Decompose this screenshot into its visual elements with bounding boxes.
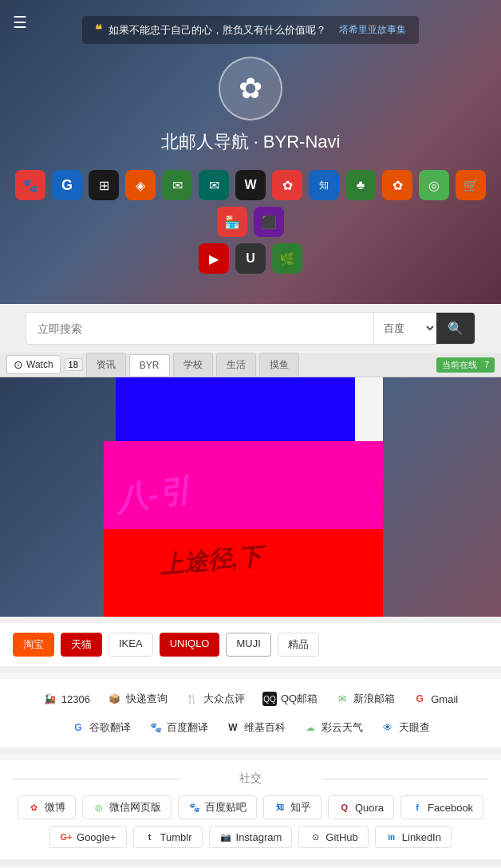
util-qqmail-label: QQ邮箱 [281,692,318,706]
tab-zixun[interactable]: 资讯 [86,353,126,377]
github-icon: ⊙ [14,358,23,371]
tab-life[interactable]: 生活 [216,353,256,377]
cart-icon-btn[interactable]: 🛒 [456,170,486,200]
social-quora[interactable]: Q Quora [328,795,394,819]
quote-source[interactable]: 塔希里亚故事集 [339,23,406,37]
cloud-icon: ☁ [303,720,318,735]
google-icon-btn[interactable]: G [52,170,82,200]
leaf-icon-btn[interactable]: 🌿 [272,243,302,274]
shop-tmall[interactable]: 天猫 [61,633,102,657]
tab-moyu[interactable]: 摸鱼 [259,353,299,377]
weibo-icon-btn[interactable]: ✿ [382,170,412,200]
watch-button[interactable]: ⊙ Watch [6,355,61,374]
logo-flower-icon: ✿ [239,72,262,105]
wechat-icon-btn[interactable]: ✉ [162,170,192,200]
social-zhihu[interactable]: 知 知乎 [263,795,322,819]
baidutranslate-icon: 🐾 [148,720,163,735]
watch-count: 18 [64,358,83,371]
quora-icon: Q [338,801,351,814]
linkedin-icon: in [385,831,398,843]
util-qqmail[interactable]: QQ QQ邮箱 [258,688,322,709]
search-bar: 百度 Google 必应 搜狗 🔍 [26,312,475,345]
social-googleplus[interactable]: G+ Google+ [49,826,127,848]
util-wiki[interactable]: W 维基百科 [221,717,290,738]
train-icon: 🚂 [43,692,57,706]
social-github[interactable]: ⊙ GitHub [298,826,368,848]
util-12306-label: 12306 [61,693,90,705]
instagram-icon: 📷 [219,831,232,843]
quote-text: 如果不能忠于自己的心，胜负又有什么价值呢？ [108,23,326,37]
util-gmail[interactable]: G Gmail [408,688,463,709]
util-express[interactable]: 📦 快递查询 [103,688,172,709]
watch-label: Watch [26,359,53,370]
util-tianyancha[interactable]: 👁 天眼查 [376,717,435,738]
tab-school[interactable]: 学校 [173,353,213,377]
shop-ikea[interactable]: IKEA [108,633,153,657]
shop-boutique[interactable]: 精品 [278,633,319,657]
menu-button[interactable]: ☰ [13,13,27,32]
util-gmail-label: Gmail [431,693,458,705]
package-icon: 📦 [108,692,122,706]
github-label: GitHub [325,831,357,843]
util-caiyun-label: 彩云天气 [322,720,363,735]
util-baidutranslate-label: 百度翻译 [167,720,208,735]
quote-mark-icon: ❝ [95,22,102,37]
quick-icon-grid-2: ▶ U 🌿 [199,243,302,274]
wiki-icon-btn[interactable]: W [235,170,266,200]
social-weibo[interactable]: ✿ 微博 [18,795,76,819]
utilities-grid: 🚂 12306 📦 快递查询 🍴 大众点评 QQ QQ邮箱 ✉ 新浪邮箱 G G… [13,688,488,738]
github-icon: ⊙ [309,831,322,843]
youtube-icon-btn[interactable]: ▶ [199,243,229,274]
util-12306[interactable]: 🚂 12306 [38,688,95,709]
shop-muji[interactable]: MUJI [226,633,270,657]
bg-left [0,377,116,617]
wechat-web-label: 微信网页版 [109,800,161,815]
online-count: 7 [484,360,489,369]
wechat2-icon-btn[interactable]: ◎ [419,170,449,200]
util-express-label: 快递查询 [126,692,168,706]
section-gap-4 [0,859,501,866]
tab-byr[interactable]: BYR [129,354,170,376]
social-tumblr[interactable]: t Tumblr [133,826,203,848]
section-gap-3 [0,748,501,754]
social-instagram[interactable]: 📷 Instagram [209,826,293,848]
social-linkedin[interactable]: in LinkedIn [375,826,452,848]
shop-taobao[interactable]: 淘宝 [13,633,54,657]
shop-uniqlo[interactable]: UNIQLO [160,633,220,657]
grid-icon-btn[interactable]: ⊞ [89,170,119,200]
social-link-grid: ✿ 微博 ◎ 微信网页版 🐾 百度贴吧 知 知乎 Q Quora f Faceb… [13,795,488,848]
zhihu-icon-btn[interactable]: 知 [309,170,339,200]
redbook-icon-btn[interactable]: ✿ [272,170,302,200]
weibo-icon: ✿ [28,801,41,814]
util-wiki-label: 维基百科 [244,720,286,735]
search-button[interactable]: 🔍 [436,313,475,344]
tieba-label: 百度贴吧 [205,800,247,815]
baidu-icon-btn[interactable]: 🐾 [15,170,45,200]
util-dianping[interactable]: 🍴 大众点评 [180,688,250,709]
social-wechat-web[interactable]: ◎ 微信网页版 [82,795,172,819]
util-sinamail[interactable]: ✉ 新浪邮箱 [330,688,400,709]
monitor-icon-btn[interactable]: ⬛ [254,207,284,237]
online-badge: 当前在线 7 [436,357,495,373]
qq-icon: QQ [262,692,277,706]
taobao-icon-btn[interactable]: ◈ [125,170,156,200]
search-engine-select[interactable]: 百度 Google 必应 搜狗 [373,314,436,343]
u-icon-btn[interactable]: U [235,243,266,274]
mail-icon-btn[interactable]: ✉ [199,170,229,200]
fork-icon: 🍴 [185,692,199,706]
social-facebook[interactable]: f Facebook [400,795,483,819]
shop-icon-btn[interactable]: 🏪 [217,207,247,237]
social-tieba[interactable]: 🐾 百度贴吧 [178,795,257,819]
util-baidutranslate[interactable]: 🐾 百度翻译 [144,717,213,738]
sprout-icon-btn[interactable]: ♣ [345,170,376,200]
section-gap-1 [0,617,501,623]
tumblr-label: Tumblr [160,831,192,843]
section-gap-2 [0,666,501,673]
util-gtranslate[interactable]: G 谷歌翻译 [66,717,136,738]
quote-banner: ❝ 如果不能忠于自己的心，胜负又有什么价值呢？ 塔希里亚故事集 [82,16,419,44]
search-input[interactable] [26,314,373,343]
googleplus-label: Google+ [77,831,116,843]
wechat-web-icon: ◎ [93,801,105,814]
social-section: 社交 ✿ 微博 ◎ 微信网页版 🐾 百度贴吧 知 知乎 Q Quora f Fa… [0,760,501,859]
util-caiyun[interactable]: ☁ 彩云天气 [298,717,368,738]
